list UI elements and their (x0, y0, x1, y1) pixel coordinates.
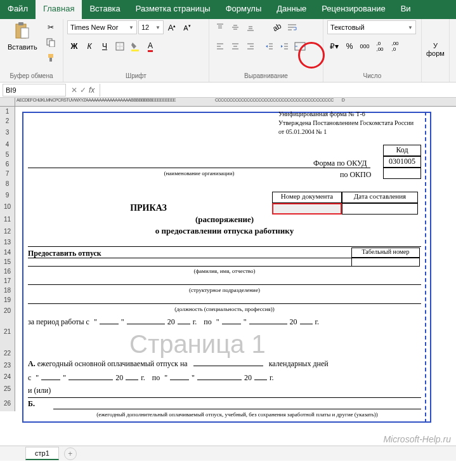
svg-rect-1 (18, 22, 23, 25)
currency-button[interactable]: ₽▾ (327, 39, 341, 53)
selected-cell[interactable] (272, 203, 342, 215)
font-group-label: Шрифт (67, 71, 205, 81)
decrease-font-button[interactable]: A▾ (180, 20, 194, 34)
grant-label: Предоставить отпуск (28, 249, 101, 258)
docdate-cell[interactable] (342, 203, 418, 215)
align-top-icon (216, 23, 225, 32)
brush-icon (46, 53, 55, 62)
bold-icon: Ж (71, 42, 78, 51)
ribbon: Вставить ✂ Буфер обмена Times New Ror▼ 1… (0, 19, 456, 83)
worksheet[interactable]: AECDEFCHIJKLMNCPCRSTUVWXYZAAAAAAAAAAAAAA… (0, 98, 456, 461)
job-label: (должность (специальность, профессия)) (28, 306, 421, 312)
section-a: А. ежегодный основной оплачиваемый отпус… (28, 359, 329, 369)
italic-icon: К (87, 42, 91, 51)
fio-line[interactable] (28, 258, 351, 267)
font-size-combo[interactable]: 12▼ (138, 20, 164, 34)
wrap-button[interactable] (285, 20, 299, 34)
scissors-icon: ✂ (48, 23, 54, 32)
number-format-combo[interactable]: Текстовый▼ (327, 20, 416, 34)
okpo-value[interactable] (383, 168, 421, 179)
dec-decimal-button[interactable]: ,00,0 (388, 39, 402, 53)
extra-label: (ежегодный дополнительный оплачиваемый о… (53, 411, 421, 418)
dept-line[interactable] (28, 284, 421, 285)
column-headers[interactable]: AECDEFCHIJKLMNCPCRSTUVWXYZAAAAAAAAAAAAAA… (15, 98, 456, 106)
andor: и (или) (28, 386, 51, 395)
kod-header: Код (383, 145, 421, 156)
align-top-button[interactable] (213, 20, 227, 34)
extra-line[interactable] (53, 409, 421, 409)
cut-button[interactable]: ✂ (44, 20, 58, 34)
fio-label: (фамилия, имя, отчество) (28, 268, 421, 274)
number-group-label: Число (327, 71, 417, 81)
align-bottom-button[interactable] (244, 20, 257, 34)
enter-fx-button[interactable]: ✓ (80, 86, 86, 95)
section-b: Б. (28, 397, 421, 409)
underline-icon: Ч (102, 42, 107, 51)
tab-home[interactable]: Главная (36, 0, 82, 19)
tab-review[interactable]: Рецензирование (314, 0, 393, 19)
indent-inc-button[interactable] (278, 39, 292, 53)
align-middle-icon (231, 23, 240, 32)
name-box[interactable]: BI9 (3, 84, 66, 96)
tab-insert[interactable]: Вставка (82, 0, 127, 19)
tab-file[interactable]: Файл (0, 0, 36, 19)
tabnum-header: Табельный номер (351, 248, 420, 258)
paste-label: Вставить (8, 43, 37, 51)
watermark-site: Microsoft-Help.ru (383, 434, 451, 444)
fx-icon[interactable]: fx (89, 86, 94, 95)
borders-button[interactable] (113, 39, 127, 53)
bold-button[interactable]: Ж (67, 39, 81, 53)
period-row: за период работы с "" 20 г. по "" 20 г. (28, 317, 319, 327)
align-left-button[interactable] (213, 39, 227, 53)
decrease-font-icon: A▾ (183, 23, 190, 32)
orientation-button[interactable]: ab (270, 20, 284, 34)
align-right-icon (246, 42, 255, 51)
fill-color-button[interactable] (128, 39, 142, 53)
org-line[interactable] (28, 168, 370, 168)
merge-highlight-circle (298, 42, 325, 69)
conditional-format-label[interactable]: У форм (426, 42, 445, 57)
align-center-button[interactable] (228, 39, 242, 53)
job-line[interactable] (28, 303, 421, 304)
dec-decimal-icon: ,00,0 (391, 41, 398, 52)
docnum-header: Номер документа (272, 192, 342, 203)
thousands-button[interactable]: 000 (358, 39, 372, 53)
inc-decimal-button[interactable]: ,0,00 (373, 39, 387, 53)
paste-button[interactable]: Вставить (4, 20, 41, 52)
font-name-combo[interactable]: Times New Ror▼ (67, 20, 137, 34)
copy-button[interactable] (44, 36, 58, 50)
tab-formulas[interactable]: Формулы (218, 0, 270, 19)
form-line2: Утверждена Постановлением Госкомстата Ро… (278, 119, 414, 126)
svg-rect-6 (49, 58, 52, 62)
tabnum-cell[interactable] (351, 258, 420, 267)
percent-button[interactable]: % (342, 39, 356, 53)
indent-dec-icon (265, 42, 274, 51)
sheet-tab-1[interactable]: стр1 (25, 447, 59, 460)
tab-data[interactable]: Данные (269, 0, 314, 19)
cancel-fx-button[interactable]: ✕ (71, 86, 77, 95)
indent-dec-button[interactable] (263, 39, 277, 53)
doc-title: о предоставлении отпуска работнику (28, 226, 421, 236)
tab-view[interactable]: Ви (393, 0, 419, 19)
org-label: (наименование организации) (28, 170, 370, 176)
copy-icon (46, 38, 55, 47)
align-bottom-icon (246, 23, 255, 32)
increase-font-button[interactable]: A▴ (165, 20, 179, 34)
italic-button[interactable]: К (82, 39, 96, 53)
font-color-button[interactable]: А (143, 39, 157, 53)
page-margin-dash (425, 112, 426, 423)
dept-label: (структурное подразделение) (28, 287, 421, 293)
align-middle-button[interactable] (228, 20, 242, 34)
add-sheet-button[interactable]: + (64, 447, 77, 460)
format-painter-button[interactable] (44, 51, 58, 65)
okud-value[interactable]: 0301005 (383, 156, 421, 168)
align-right-button[interactable] (244, 39, 257, 53)
formula-input[interactable] (100, 84, 456, 96)
tab-page-layout[interactable]: Разметка страницы (128, 0, 218, 19)
underline-button[interactable]: Ч (98, 39, 112, 53)
formula-bar: BI9 ✕ ✓ fx (0, 83, 456, 98)
select-all-corner[interactable] (0, 98, 15, 106)
align-center-icon (231, 42, 240, 51)
font-color-icon: А (148, 41, 153, 52)
clipboard-group-label: Буфер обмена (4, 71, 59, 81)
